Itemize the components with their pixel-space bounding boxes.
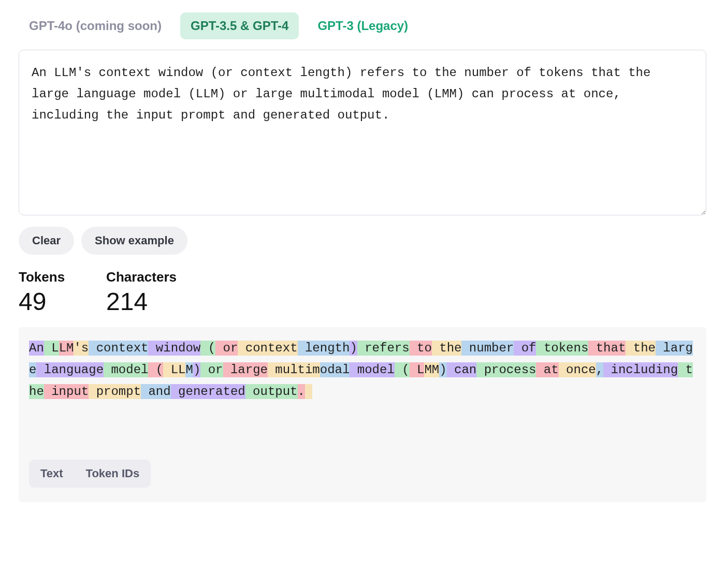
action-row: Clear Show example: [19, 227, 706, 255]
token: ,: [596, 362, 603, 377]
token: (: [200, 341, 215, 356]
token: LM: [59, 341, 74, 356]
token: that: [588, 341, 626, 356]
token: LL: [163, 362, 185, 377]
token: or: [200, 362, 223, 377]
token: M: [185, 362, 193, 377]
token: odal: [320, 362, 350, 377]
viz-tab-text[interactable]: Text: [29, 460, 75, 488]
viz-tab-token-ids[interactable]: Token IDs: [75, 460, 151, 488]
token: process: [476, 362, 536, 377]
token: .: [298, 384, 305, 399]
token: L: [410, 362, 425, 377]
tab-gpt4o[interactable]: GPT-4o (coming soon): [19, 12, 172, 39]
tokens-value: 49: [19, 287, 65, 316]
token: ): [439, 362, 446, 377]
token: the: [626, 341, 656, 356]
token: ): [350, 341, 357, 356]
viz-mode-tabs: Text Token IDs: [29, 460, 696, 488]
token: length: [298, 341, 350, 356]
token: of: [514, 341, 536, 356]
token: at: [536, 362, 558, 377]
token: (: [148, 362, 163, 377]
token-visualization-panel: An LLM's context window ( or context len…: [19, 327, 706, 502]
tokenizer-input[interactable]: [19, 50, 706, 215]
token: refers: [357, 341, 410, 356]
token: model: [350, 362, 394, 377]
token: and: [141, 384, 171, 399]
token: context: [238, 341, 297, 356]
token: An: [29, 341, 44, 356]
characters-label: Characters: [106, 269, 177, 285]
characters-value: 214: [106, 287, 177, 316]
token: model: [104, 362, 148, 377]
token: tokens: [536, 341, 588, 356]
token: context: [89, 341, 148, 356]
token: the: [432, 341, 462, 356]
token: ): [193, 362, 200, 377]
token: window: [148, 341, 200, 356]
token: (: [395, 362, 410, 377]
tokens-stat: Tokens 49: [19, 269, 65, 316]
clear-button[interactable]: Clear: [19, 227, 74, 255]
token: large: [223, 362, 268, 377]
tokens-label: Tokens: [19, 269, 65, 285]
token: can: [447, 362, 477, 377]
token: once: [559, 362, 596, 377]
token: input: [44, 384, 89, 399]
stats-row: Tokens 49 Characters 214: [19, 269, 706, 316]
token: MM: [424, 362, 439, 377]
token: L: [44, 341, 59, 356]
token: or: [215, 341, 238, 356]
token: number: [461, 341, 514, 356]
token: output: [245, 384, 298, 399]
token: multim: [268, 362, 320, 377]
tab-gpt35-gpt4[interactable]: GPT-3.5 & GPT-4: [180, 12, 299, 39]
token-visualization: An LLM's context window ( or context len…: [29, 337, 696, 403]
token: generated: [171, 384, 245, 399]
token: to: [410, 341, 432, 356]
token: 's: [74, 341, 89, 356]
token: prompt: [89, 384, 141, 399]
characters-stat: Characters 214: [106, 269, 177, 316]
model-tabs: GPT-4o (coming soon) GPT-3.5 & GPT-4 GPT…: [19, 12, 706, 39]
show-example-button[interactable]: Show example: [81, 227, 187, 255]
token: [305, 384, 312, 399]
token: including: [603, 362, 678, 377]
token: language: [36, 362, 104, 377]
tab-gpt3-legacy[interactable]: GPT-3 (Legacy): [307, 12, 418, 39]
